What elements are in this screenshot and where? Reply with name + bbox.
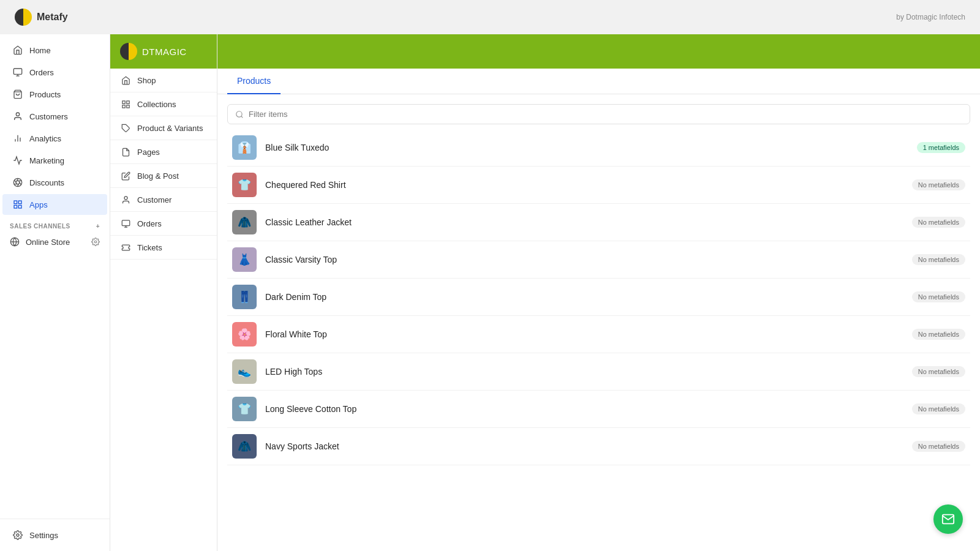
product-row[interactable]: 👕Long Sleeve Cotton TopNo metafields: [227, 391, 970, 428]
sidebar-item-online-store[interactable]: Online Store: [0, 232, 110, 252]
svg-rect-0: [13, 69, 21, 74]
svg-rect-25: [122, 105, 124, 107]
product-thumb: 🧥: [232, 210, 257, 234]
tab-products[interactable]: Products: [227, 69, 281, 94]
sidebar-item-label-apps: Apps: [29, 200, 48, 209]
app-nav-customer[interactable]: Customer: [110, 188, 217, 212]
filter-search-icon: [235, 110, 244, 119]
products-icon: [12, 89, 23, 100]
svg-rect-17: [18, 205, 21, 208]
svg-rect-23: [122, 100, 124, 103]
sidebar-item-discounts[interactable]: Discounts: [2, 172, 107, 193]
sidebar-item-label-home: Home: [29, 46, 51, 55]
product-thumb: 🌸: [232, 322, 257, 347]
sidebar-item-label-analytics: Analytics: [29, 134, 61, 143]
sidebar-item-products[interactable]: Products: [2, 84, 107, 105]
app-nav-tickets[interactable]: Tickets: [110, 236, 217, 260]
metafield-badge: No metafields: [912, 254, 965, 265]
app-header: DTMAGIC: [110, 34, 217, 69]
sidebar-item-marketing[interactable]: Marketing: [2, 150, 107, 171]
store-settings-icon[interactable]: [91, 238, 100, 246]
svg-rect-16: [18, 201, 21, 204]
brand-logo: [15, 9, 32, 26]
sidebar-item-label-orders: Orders: [29, 68, 54, 77]
product-name: LED High Tops: [265, 367, 912, 377]
app-nav-pages[interactable]: Pages: [110, 140, 217, 164]
product-thumb: 👕: [232, 173, 257, 197]
app-nav-collections[interactable]: Collections: [110, 92, 217, 116]
metafield-badge: No metafields: [912, 291, 965, 302]
product-row[interactable]: 👟LED High TopsNo metafields: [227, 353, 970, 391]
tab-bar: Products: [217, 69, 980, 94]
metafield-badge: No metafields: [912, 179, 965, 190]
product-row[interactable]: 🧥Classic Leather JacketNo metafields: [227, 204, 970, 241]
svg-point-22: [17, 534, 19, 536]
sidebar-item-orders[interactable]: Orders: [2, 62, 107, 83]
left-sidebar: Home Orders Products Customers Analytics: [0, 34, 110, 551]
content-area: Products 👔Blue Silk Tuxedo1 metafields👕C…: [217, 34, 980, 551]
sidebar-item-label-marketing: Marketing: [29, 156, 64, 165]
brand-name: Metafy: [37, 12, 68, 23]
shop-icon: [120, 75, 131, 86]
content-body: Products 👔Blue Silk Tuxedo1 metafields👕C…: [217, 69, 980, 551]
app-nav-blog-post[interactable]: Blog & Post: [110, 164, 217, 188]
svg-rect-18: [14, 205, 17, 208]
product-thumb: 🧥: [232, 434, 257, 459]
discounts-icon: [12, 177, 23, 188]
svg-line-33: [241, 116, 243, 118]
product-name: Long Sleeve Cotton Top: [265, 404, 912, 414]
product-name: Dark Denim Top: [265, 292, 912, 302]
product-row[interactable]: 👔Blue Silk Tuxedo1 metafields: [227, 129, 970, 167]
product-row[interactable]: 🌸Floral White TopNo metafields: [227, 316, 970, 353]
brand-area: Metafy: [15, 9, 68, 26]
apps-icon: [12, 199, 23, 210]
sidebar-item-label-customers: Customers: [29, 112, 68, 121]
app-nav-tickets-label: Tickets: [137, 243, 162, 252]
product-thumb: 👕: [232, 397, 257, 421]
products-list: 👔Blue Silk Tuxedo1 metafields👕Chequered …: [217, 94, 980, 475]
metafield-badge: No metafields: [912, 366, 965, 377]
tickets-icon: [120, 242, 131, 253]
blog-post-icon: [120, 170, 131, 181]
customer-icon: [120, 194, 131, 205]
products-container: 👔Blue Silk Tuxedo1 metafields👕Chequered …: [227, 129, 970, 465]
metafield-badge: No metafields: [912, 329, 965, 340]
home-icon: [12, 45, 23, 56]
sidebar-item-analytics[interactable]: Analytics: [2, 128, 107, 149]
collections-icon: [120, 99, 131, 110]
app-nav-product-variants-label: Product & Variants: [137, 124, 203, 133]
product-name: Classic Leather Jacket: [265, 217, 912, 227]
app-nav-orders[interactable]: Orders: [110, 212, 217, 236]
sidebar-item-apps[interactable]: Apps: [2, 194, 107, 215]
app-nav-shop[interactable]: Shop: [110, 69, 217, 92]
app-orders-icon: [120, 218, 131, 229]
sidebar-item-label-products: Products: [29, 90, 61, 99]
sidebar-item-home[interactable]: Home: [2, 40, 107, 61]
app-nav-pages-label: Pages: [137, 148, 160, 157]
sidebar-item-settings[interactable]: Settings: [2, 525, 107, 545]
main-layout: Home Orders Products Customers Analytics: [0, 34, 980, 551]
product-row[interactable]: 👕Chequered Red ShirtNo metafields: [227, 167, 970, 204]
app-nav-product-variants[interactable]: Product & Variants: [110, 116, 217, 140]
app-banner: [217, 34, 980, 69]
chat-button[interactable]: [933, 504, 963, 534]
metafield-badge: No metafields: [912, 403, 965, 414]
metafield-badge: 1 metafields: [917, 142, 965, 153]
svg-point-32: [236, 111, 242, 116]
app-logo-text: DTMAGIC: [142, 47, 187, 57]
sales-channels-label: SALES CHANNELS +: [0, 216, 110, 232]
sidebar-bottom: Settings: [0, 519, 110, 546]
svg-rect-26: [126, 105, 129, 107]
orders-icon: [12, 67, 23, 78]
add-sales-channel-icon[interactable]: +: [96, 223, 100, 230]
product-thumb: 👔: [232, 135, 257, 160]
product-row[interactable]: 👖Dark Denim TopNo metafields: [227, 279, 970, 316]
product-row[interactable]: 🧥Navy Sports JacketNo metafields: [227, 428, 970, 465]
online-store-label: Online Store: [26, 238, 70, 247]
filter-input[interactable]: [249, 110, 962, 119]
product-row[interactable]: 👗Classic Varsity TopNo metafields: [227, 241, 970, 279]
app-nav-shop-label: Shop: [137, 76, 156, 85]
sidebar-item-customers[interactable]: Customers: [2, 106, 107, 127]
product-variants-icon: [120, 122, 131, 133]
byline: by Dotmagic Infotech: [896, 13, 965, 21]
